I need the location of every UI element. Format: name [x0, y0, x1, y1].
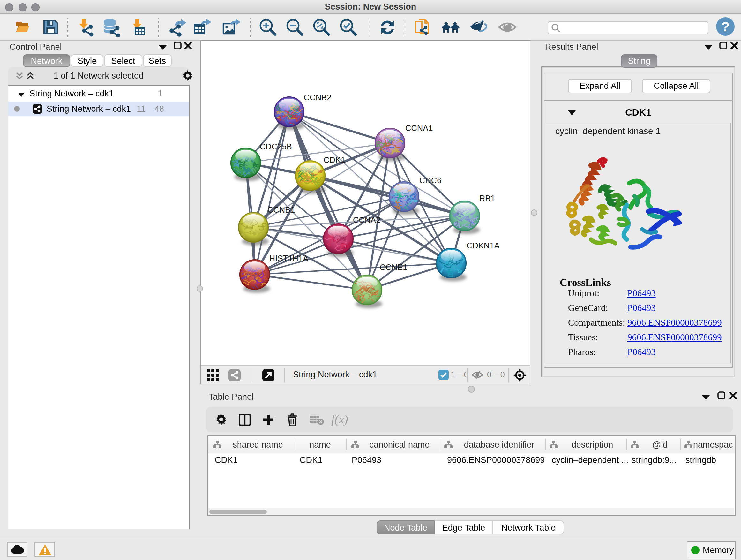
svg-text:HIST1H1A: HIST1H1A: [269, 254, 309, 263]
svg-text:RB1: RB1: [479, 194, 495, 203]
svg-text:CCNB1: CCNB1: [267, 205, 295, 214]
svg-text:CCNA2: CCNA2: [353, 215, 381, 225]
svg-text:CDC25B: CDC25B: [260, 142, 292, 151]
svg-text:CCNB2: CCNB2: [304, 93, 332, 102]
svg-text:CDK1: CDK1: [324, 155, 345, 165]
svg-text:CCNA1: CCNA1: [405, 124, 433, 132]
svg-text:CDKN1A: CDKN1A: [467, 241, 500, 250]
svg-text:CCNE1: CCNE1: [380, 263, 408, 272]
svg-text:CDC6: CDC6: [419, 176, 442, 185]
